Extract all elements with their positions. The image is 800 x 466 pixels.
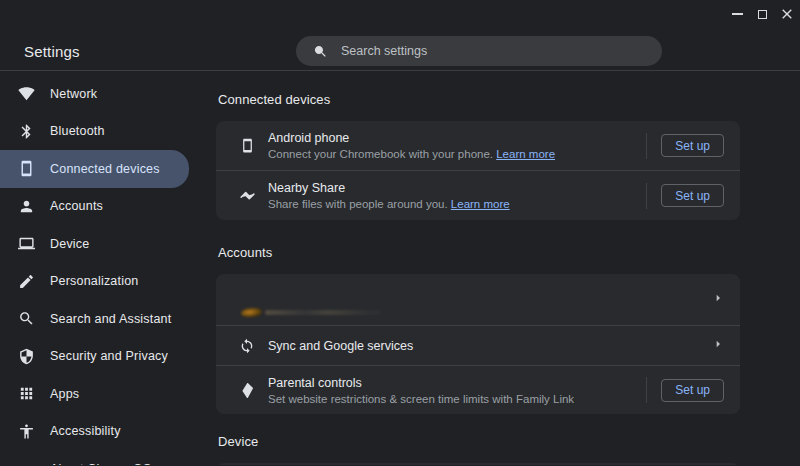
row-separator bbox=[646, 133, 647, 159]
sidebar-item-about-chromeos[interactable]: About ChromeOS bbox=[0, 450, 192, 465]
page-title: Settings bbox=[24, 43, 80, 60]
search-input[interactable] bbox=[341, 44, 662, 58]
family-link-diamond-icon bbox=[238, 380, 256, 400]
minimize-button[interactable] bbox=[726, 3, 748, 25]
parental-controls-set-up-button[interactable]: Set up bbox=[661, 379, 724, 402]
sidebar-item-accounts[interactable]: Accounts bbox=[0, 188, 192, 226]
sidebar-item-connected-devices[interactable]: Connected devices bbox=[0, 150, 189, 188]
header: Settings bbox=[0, 0, 800, 71]
nearby-share-icon bbox=[238, 186, 256, 206]
sidebar-item-apps[interactable]: Apps bbox=[0, 375, 192, 413]
connected-devices-card: Android phone Connect your Chromebook wi… bbox=[216, 121, 740, 220]
blank-icon bbox=[17, 460, 35, 465]
close-icon bbox=[781, 8, 793, 20]
row-separator bbox=[646, 377, 647, 403]
maximize-button[interactable] bbox=[751, 3, 773, 25]
person-icon bbox=[17, 197, 35, 215]
user-account-row[interactable] bbox=[216, 274, 740, 325]
section-title-connected-devices: Connected devices bbox=[218, 92, 740, 107]
apps-grid-icon bbox=[17, 385, 35, 403]
sync-title: Sync and Google services bbox=[268, 339, 413, 353]
accessibility-icon bbox=[17, 422, 35, 440]
bluetooth-icon bbox=[17, 122, 35, 140]
sidebar-item-personalization[interactable]: Personalization bbox=[0, 263, 192, 301]
nearby-share-set-up-button[interactable]: Set up bbox=[661, 184, 724, 207]
android-phone-title: Android phone bbox=[268, 131, 555, 145]
parental-controls-title: Parental controls bbox=[268, 376, 574, 390]
wifi-icon bbox=[17, 85, 35, 103]
parental-controls-description: Set website restrictions & screen time l… bbox=[268, 393, 574, 405]
sidebar-item-network[interactable]: Network bbox=[0, 75, 192, 113]
arrow-right-icon bbox=[710, 290, 726, 310]
search-bar[interactable] bbox=[296, 36, 662, 66]
nearby-share-description: Share files with people around you. Lear… bbox=[268, 198, 510, 210]
sidebar: Network Bluetooth Connected devices Acco… bbox=[0, 71, 192, 465]
pen-icon bbox=[17, 272, 35, 290]
redacted-account-avatar bbox=[241, 307, 263, 318]
sync-and-google-services-row[interactable]: Sync and Google services bbox=[216, 326, 740, 365]
nearby-share-title: Nearby Share bbox=[268, 181, 510, 195]
nearby-share-row[interactable]: Nearby Share Share files with people aro… bbox=[216, 171, 740, 220]
laptop-icon bbox=[17, 235, 35, 253]
shield-icon bbox=[17, 347, 35, 365]
sidebar-item-search-and-assistant[interactable]: Search and Assistant bbox=[0, 300, 192, 338]
sidebar-item-security-and-privacy[interactable]: Security and Privacy bbox=[0, 338, 192, 376]
sync-icon bbox=[238, 336, 256, 356]
redacted-account-name bbox=[265, 310, 380, 315]
smartphone-icon bbox=[238, 136, 256, 156]
chromeos-settings-window: Settings Network Bluetooth Connected dev… bbox=[0, 0, 800, 466]
section-title-device: Device bbox=[218, 434, 740, 449]
arrow-right-icon bbox=[710, 336, 726, 356]
row-separator bbox=[646, 183, 647, 209]
smartphone-icon bbox=[17, 160, 35, 178]
sidebar-item-bluetooth[interactable]: Bluetooth bbox=[0, 113, 192, 151]
maximize-icon bbox=[758, 10, 767, 19]
settings-content: Connected devices Android phone Connect … bbox=[192, 71, 800, 465]
magnifier-icon bbox=[17, 310, 35, 328]
section-title-accounts: Accounts bbox=[218, 245, 740, 260]
learn-more-link[interactable]: Learn more bbox=[451, 198, 510, 210]
minimize-icon bbox=[732, 13, 743, 15]
close-button[interactable] bbox=[776, 3, 798, 25]
android-phone-set-up-button[interactable]: Set up bbox=[661, 134, 724, 157]
device-card bbox=[216, 463, 740, 465]
sidebar-item-device[interactable]: Device bbox=[0, 225, 192, 263]
accounts-card: Sync and Google services Parental contro… bbox=[216, 274, 740, 414]
android-phone-description: Connect your Chromebook with your phone.… bbox=[268, 148, 555, 160]
sidebar-item-accessibility[interactable]: Accessibility bbox=[0, 413, 192, 451]
parental-controls-row[interactable]: Parental controls Set website restrictio… bbox=[216, 366, 740, 414]
window-controls bbox=[726, 3, 798, 25]
android-phone-row[interactable]: Android phone Connect your Chromebook wi… bbox=[216, 121, 740, 170]
search-icon bbox=[313, 44, 328, 59]
learn-more-link[interactable]: Learn more bbox=[496, 148, 555, 160]
